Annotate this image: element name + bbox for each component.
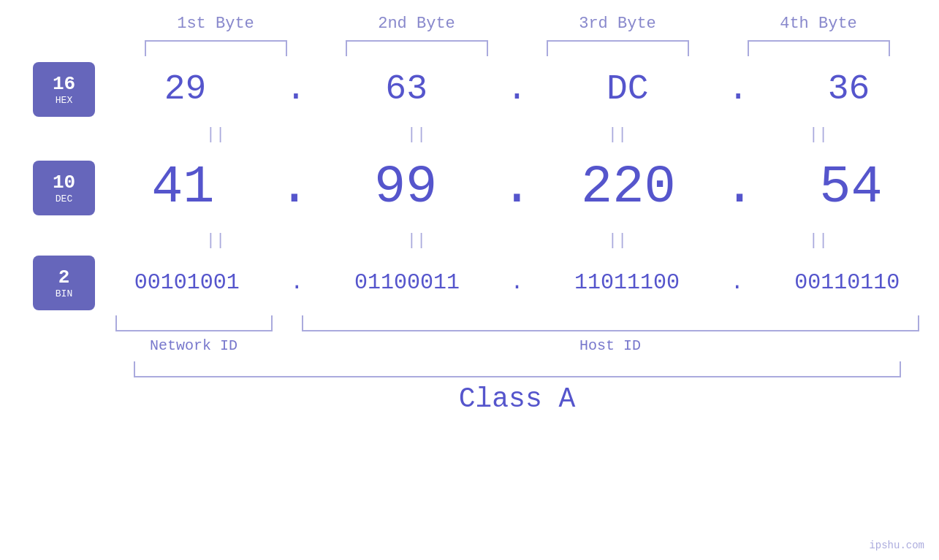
equals-row-1: || || || ||	[115, 122, 919, 147]
eq1: ||	[135, 126, 296, 144]
network-id-label: Network ID	[115, 337, 273, 354]
equals-row-2: || || || ||	[115, 228, 919, 253]
bin-row: 2 BIN 00101001 . 01100011 . 11011100 . 0…	[0, 253, 939, 312]
bracket-top-2	[346, 40, 488, 56]
hex-row: 16 HEX 29 . 63 . DC . 36	[0, 56, 939, 122]
bracket-top-4	[748, 40, 890, 56]
byte3-header: 3rd Byte	[537, 15, 698, 33]
bin-dot3: .	[731, 270, 744, 295]
dec-base-number: 10	[53, 172, 75, 193]
dec-dot2: .	[501, 158, 533, 218]
bin-byte1: 00101001	[107, 270, 267, 295]
hex-dot3: .	[728, 69, 749, 109]
eq2: ||	[336, 126, 497, 144]
byte1-header: 1st Byte	[135, 15, 296, 33]
hex-byte2: 63	[326, 69, 487, 109]
full-bracket	[134, 361, 901, 377]
eq4: ||	[738, 126, 899, 144]
dec-dot1: .	[278, 158, 310, 218]
watermark: ipshu.com	[869, 540, 924, 551]
bin-byte3: 11011100	[547, 270, 707, 295]
dec-byte4: 54	[771, 158, 932, 218]
dec-base-label: DEC	[56, 193, 72, 204]
hex-badge: 16 HEX	[33, 62, 95, 117]
byte4-header: 4th Byte	[738, 15, 899, 33]
bin-dot2: .	[510, 270, 523, 295]
class-label: Class A	[134, 383, 901, 415]
hex-dot1: .	[285, 69, 306, 109]
bin-dot1: .	[290, 270, 303, 295]
bracket-top-1	[145, 40, 287, 56]
eq8: ||	[738, 231, 899, 250]
bottom-brackets	[115, 315, 919, 331]
hex-byte4: 36	[769, 69, 930, 109]
dec-byte2: 99	[325, 158, 486, 218]
hex-byte1: 29	[104, 69, 265, 109]
eq5: ||	[135, 231, 296, 250]
eq3: ||	[537, 126, 698, 144]
bin-base-number: 2	[58, 266, 70, 288]
hex-byte3: DC	[547, 69, 708, 109]
dec-row: 10 DEC 41 . 99 . 220 . 54	[0, 147, 939, 228]
dec-badge: 10 DEC	[33, 161, 95, 215]
id-labels: Network ID Host ID	[115, 337, 919, 354]
eq7: ||	[537, 231, 698, 250]
top-brackets	[115, 40, 919, 56]
bin-byte4: 00110110	[767, 270, 927, 295]
eq6: ||	[336, 231, 497, 250]
dec-dot3: .	[724, 158, 756, 218]
bin-base-label: BIN	[56, 288, 72, 299]
network-bracket	[115, 315, 273, 331]
bin-byte2: 01100011	[327, 270, 487, 295]
hex-values: 29 . 63 . DC . 36	[95, 69, 939, 109]
main-container: 1st Byte 2nd Byte 3rd Byte 4th Byte 16 H…	[0, 0, 939, 560]
host-bracket	[302, 315, 919, 331]
bin-badge: 2 BIN	[33, 256, 95, 310]
host-id-label: Host ID	[302, 337, 919, 354]
byte2-header: 2nd Byte	[336, 15, 497, 33]
dec-byte1: 41	[102, 158, 263, 218]
hex-base-label: HEX	[56, 95, 72, 106]
hex-dot2: .	[506, 69, 528, 109]
dec-values: 41 . 99 . 220 . 54	[95, 158, 939, 218]
bracket-top-3	[547, 40, 689, 56]
byte-headers: 1st Byte 2nd Byte 3rd Byte 4th Byte	[115, 15, 919, 33]
bin-values: 00101001 . 01100011 . 11011100 . 0011011…	[95, 270, 939, 295]
dec-byte3: 220	[548, 158, 709, 218]
hex-base-number: 16	[53, 73, 75, 95]
